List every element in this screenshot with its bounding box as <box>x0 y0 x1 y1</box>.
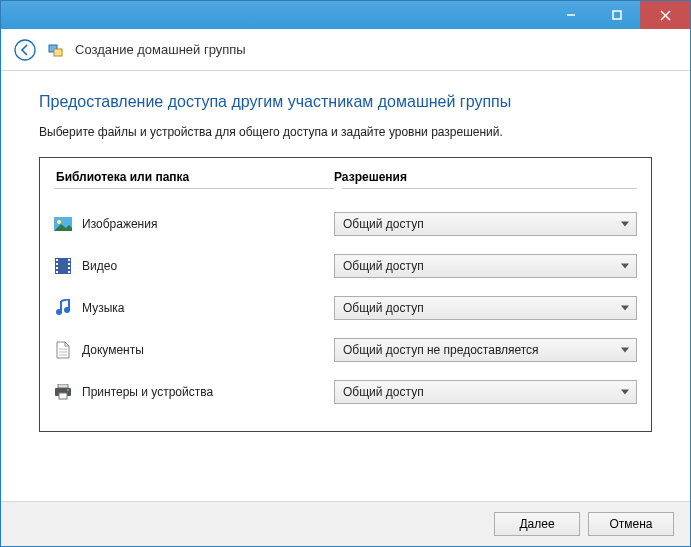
select-music[interactable]: Общий доступ <box>334 296 637 320</box>
select-pictures[interactable]: Общий доступ <box>334 212 637 236</box>
label-documents: Документы <box>82 343 144 357</box>
column-headers: Библиотека или папка Разрешения <box>54 166 637 188</box>
svg-point-27 <box>67 389 69 391</box>
svg-rect-12 <box>56 267 58 269</box>
row-music: Музыка Общий доступ <box>54 287 637 329</box>
music-icon <box>54 299 72 317</box>
svg-rect-13 <box>56 271 58 273</box>
row-pictures: Изображения Общий доступ <box>54 203 637 245</box>
svg-point-4 <box>15 40 35 60</box>
svg-rect-15 <box>68 263 70 265</box>
cancel-button[interactable]: Отмена <box>588 512 674 536</box>
close-button[interactable] <box>640 1 690 29</box>
minimize-button[interactable] <box>548 1 594 29</box>
maximize-button[interactable] <box>594 1 640 29</box>
select-printers[interactable]: Общий доступ <box>334 380 637 404</box>
select-video[interactable]: Общий доступ <box>334 254 637 278</box>
wizard-footer: Далее Отмена <box>1 501 690 546</box>
svg-rect-14 <box>68 259 70 261</box>
select-documents[interactable]: Общий доступ не предоставляется <box>334 338 637 362</box>
svg-rect-24 <box>58 384 68 388</box>
label-printers: Принтеры и устройства <box>82 385 213 399</box>
window-title: Создание домашней группы <box>75 42 246 57</box>
label-video: Видео <box>82 259 117 273</box>
svg-rect-17 <box>68 271 70 273</box>
svg-rect-11 <box>56 263 58 265</box>
page-instruction: Выберите файлы и устройства для общего д… <box>39 125 652 139</box>
svg-point-8 <box>57 220 61 224</box>
wizard-window: Создание домашней группы Предоставление … <box>0 0 691 547</box>
pictures-icon <box>54 215 72 233</box>
row-printers: Принтеры и устройства Общий доступ <box>54 371 637 413</box>
svg-rect-26 <box>59 393 67 399</box>
svg-rect-16 <box>68 267 70 269</box>
col-header-permissions: Разрешения <box>334 170 637 184</box>
page-heading: Предоставление доступа другим участникам… <box>39 93 652 111</box>
svg-point-19 <box>64 307 70 313</box>
wizard-content: Предоставление доступа другим участникам… <box>1 71 690 501</box>
col-header-library: Библиотека или папка <box>54 170 334 184</box>
homegroup-icon <box>47 41 65 59</box>
label-music: Музыка <box>82 301 124 315</box>
back-button[interactable] <box>13 38 37 62</box>
svg-rect-10 <box>56 259 58 261</box>
titlebar <box>1 1 690 29</box>
documents-icon <box>54 341 72 359</box>
svg-rect-6 <box>54 49 62 56</box>
label-pictures: Изображения <box>82 217 157 231</box>
video-icon <box>54 257 72 275</box>
row-documents: Документы Общий доступ не предоставляетс… <box>54 329 637 371</box>
next-button[interactable]: Далее <box>494 512 580 536</box>
wizard-header: Создание домашней группы <box>1 29 690 71</box>
row-video: Видео Общий доступ <box>54 245 637 287</box>
svg-rect-1 <box>613 11 621 19</box>
printers-icon <box>54 383 72 401</box>
sharing-panel: Библиотека или папка Разрешения Изображе… <box>39 157 652 432</box>
